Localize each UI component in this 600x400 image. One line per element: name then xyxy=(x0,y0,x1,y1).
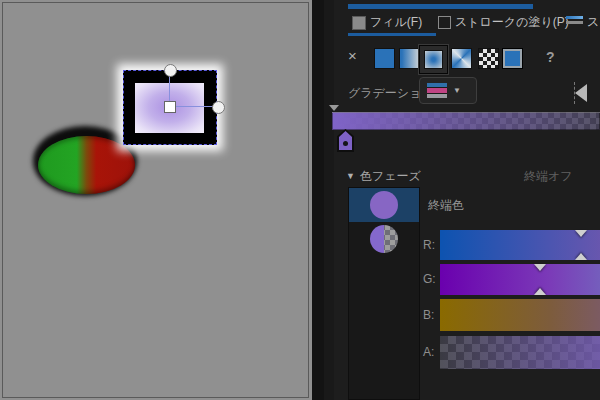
panel-gutter xyxy=(324,0,334,400)
stop-row[interactable] xyxy=(349,222,419,256)
stop-position-arrow-icon xyxy=(329,105,339,111)
stroke-style-tab-icon xyxy=(566,16,583,29)
gradient-preview-fill xyxy=(332,112,600,130)
stroke-paint-tab-icon xyxy=(438,16,451,29)
tab-stroke-style[interactable]: ス xyxy=(587,14,599,31)
selected-stop-marker[interactable] xyxy=(337,129,354,152)
alpha-slider-label: A: xyxy=(423,345,440,359)
stop-row-selected[interactable] xyxy=(349,188,419,222)
dialog-tab-indicator xyxy=(348,4,533,9)
radial-gradient-button-selected[interactable] xyxy=(419,45,448,74)
gradient-preview-bar[interactable] xyxy=(332,112,600,130)
tab-stroke-paint[interactable]: ストロークの塗り(P) xyxy=(455,14,569,31)
fill-tab-icon xyxy=(352,16,366,30)
gradient-preview-icon xyxy=(427,83,447,98)
unknown-paint-button[interactable]: ? xyxy=(546,49,555,65)
gradient-select-dropdown[interactable]: ▼ xyxy=(419,77,477,104)
red-slider-label: R: xyxy=(423,238,440,252)
gradient-radius-handle-right[interactable] xyxy=(212,101,225,114)
swatch-button[interactable] xyxy=(503,49,522,68)
gradient-focus-handle-top[interactable] xyxy=(164,64,177,77)
mesh-gradient-button[interactable] xyxy=(451,48,472,69)
gradient-stops-list[interactable] xyxy=(348,187,420,400)
drawing-canvas[interactable] xyxy=(0,0,312,400)
panel-divider[interactable] xyxy=(312,0,324,400)
fill-stroke-dialog: フィル(F) ストロークの塗り(P) ス × ? グラデーション: ▼ xyxy=(312,0,600,400)
inkscape-window: フィル(F) ストロークの塗り(P) ス × ? グラデーション: ▼ xyxy=(0,0,600,400)
alpha-slider[interactable] xyxy=(440,336,600,369)
stop-marker-dot-icon xyxy=(343,141,348,146)
radial-gradient-icon xyxy=(424,50,443,69)
ellipse-fill xyxy=(38,136,135,194)
end-offset-label: 終端オフ xyxy=(524,168,573,185)
stops-expander-icon[interactable]: ▼ xyxy=(346,171,355,181)
stop-swatch-purple xyxy=(370,191,398,219)
gradient-center-handle[interactable] xyxy=(164,101,176,113)
linear-gradient-button[interactable] xyxy=(399,48,420,69)
green-slider[interactable] xyxy=(440,264,600,295)
reverse-gradient-button[interactable] xyxy=(564,82,590,104)
stops-section-label[interactable]: 色フェーズ xyxy=(360,168,421,185)
active-tab-underline xyxy=(348,33,436,36)
mirror-triangle-icon xyxy=(575,84,587,102)
blue-slider-label: B: xyxy=(423,308,440,322)
canvas-border xyxy=(2,2,309,398)
blue-slider[interactable] xyxy=(440,299,600,331)
gradient-axis-horizontal xyxy=(170,106,216,107)
chevron-down-icon: ▼ xyxy=(453,86,461,95)
no-paint-button[interactable]: × xyxy=(348,48,357,63)
stop-editor-title: 終端色 xyxy=(428,197,464,214)
red-slider[interactable] xyxy=(440,230,600,260)
green-slider-label: G: xyxy=(423,272,440,286)
tab-fill[interactable]: フィル(F) xyxy=(370,14,422,31)
flat-color-button[interactable] xyxy=(374,48,395,69)
stop-swatch-transparent xyxy=(370,225,398,253)
pattern-button[interactable] xyxy=(478,48,499,69)
